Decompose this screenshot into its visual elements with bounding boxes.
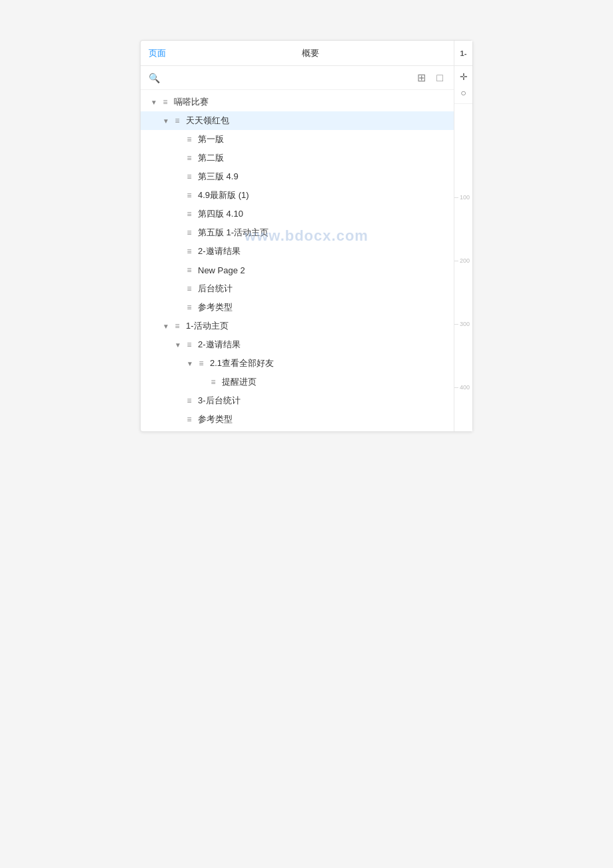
item-label: 第一版 xyxy=(198,133,224,145)
item-label: 参考类型 xyxy=(198,301,233,313)
tree-item-item15[interactable]: ▼≡2.1查看全部好友 xyxy=(141,354,454,373)
tree-item-item13[interactable]: ▼≡1-活动主页 xyxy=(141,317,454,335)
page-icon: ≡ xyxy=(183,172,195,181)
item-label: 天天领红包 xyxy=(186,115,229,127)
pages-tab[interactable]: 页面 xyxy=(149,47,175,59)
item-label: 2.1查看全部好友 xyxy=(210,357,274,369)
ruler: 1- ✛ ○ 100200300400500 xyxy=(454,41,472,431)
item-label: 2-邀请结果 xyxy=(198,339,241,351)
page-icon: ≡ xyxy=(183,303,195,312)
page-icon: ≡ xyxy=(183,415,195,424)
add-page-button[interactable]: ⊞ xyxy=(414,70,428,85)
page-icon: ≡ xyxy=(183,396,195,405)
page-icon: ≡ xyxy=(183,284,195,293)
tree-item-item14[interactable]: ▼≡2-邀请结果 xyxy=(141,335,454,354)
page-icon: ≡ xyxy=(183,153,195,163)
item-label: 后台统计 xyxy=(198,283,233,295)
ruler-icons: ✛ ○ xyxy=(454,66,472,104)
ruler-marks: 100200300400500 xyxy=(454,104,472,431)
item-label: 2-邀请结果 xyxy=(198,245,241,257)
page-icon: ≡ xyxy=(171,321,183,331)
tree-arrow[interactable]: ▼ xyxy=(161,323,171,330)
search-input[interactable] xyxy=(165,73,409,83)
page-icon: ≡ xyxy=(183,265,195,275)
tree-item-item16[interactable]: ≡提醒进页 xyxy=(141,373,454,391)
tree-arrow[interactable]: ▼ xyxy=(149,99,159,106)
tree-item-item10[interactable]: ≡New Page 2 xyxy=(141,261,454,279)
tree-arrow[interactable]: ▼ xyxy=(161,117,171,125)
page-icon: ≡ xyxy=(183,135,195,144)
tree-item-item5[interactable]: ≡第三版 4.9 xyxy=(141,167,454,186)
tree-item-item18[interactable]: ≡参考类型 xyxy=(141,410,454,429)
page-icon: ≡ xyxy=(207,377,219,387)
tree-item-item6[interactable]: ≡4.9最新版 (1) xyxy=(141,186,454,205)
item-label: 参考类型 xyxy=(198,413,233,425)
circle-icon[interactable]: ○ xyxy=(459,86,467,99)
page-icon: ≡ xyxy=(183,247,195,256)
item-label: 第四版 4.10 xyxy=(198,208,243,220)
ruler-mark: 300 xyxy=(454,321,470,327)
item-label: 提醒进页 xyxy=(222,376,257,388)
tree-item-item9[interactable]: ≡2-邀请结果 xyxy=(141,242,454,261)
tree-item-item4[interactable]: ≡第二版 xyxy=(141,149,454,167)
move-icon[interactable]: ✛ xyxy=(458,70,469,83)
tree-item-item11[interactable]: ≡后台统计 xyxy=(141,279,454,298)
page-icon: ≡ xyxy=(159,97,171,107)
ruler-mark: 200 xyxy=(454,257,470,264)
tree-item-item3[interactable]: ≡第一版 xyxy=(141,130,454,149)
tree-item-item1[interactable]: ▼≡嗝嗒比赛 xyxy=(141,93,454,111)
item-label: 嗝嗒比赛 xyxy=(174,96,209,108)
item-label: 第五版 1-活动主页 xyxy=(198,227,269,239)
ruler-mark: 400 xyxy=(454,384,470,391)
ruler-mark: 100 xyxy=(454,194,470,201)
page-tree: ▼≡嗝嗒比赛▼≡天天领红包≡第一版≡第二版≡第三版 4.9≡4.9最新版 (1)… xyxy=(141,90,454,431)
tree-arrow[interactable]: ▼ xyxy=(173,341,183,349)
item-label: 4.9最新版 (1) xyxy=(198,189,249,201)
ruler-label: 1- xyxy=(454,41,472,66)
page-icon: ≡ xyxy=(183,340,195,349)
tree-arrow[interactable]: ▼ xyxy=(185,360,195,367)
item-label: 第二版 xyxy=(198,152,224,164)
page-icon: ≡ xyxy=(183,191,195,200)
panel-header: 页面 概要 xyxy=(141,41,454,66)
page-icon: ≡ xyxy=(171,116,183,125)
summary-tab[interactable]: 概要 xyxy=(175,47,446,59)
item-label: 第三版 4.9 xyxy=(198,171,239,183)
tree-item-item2[interactable]: ▼≡天天领红包 xyxy=(141,111,454,130)
search-icon: 🔍 xyxy=(149,73,160,83)
page-icon: ≡ xyxy=(195,359,207,368)
tree-item-item7[interactable]: ≡第四版 4.10 xyxy=(141,205,454,223)
item-label: 1-活动主页 xyxy=(186,320,229,332)
page-icon: ≡ xyxy=(183,209,195,219)
folder-button[interactable]: □ xyxy=(434,71,446,85)
tree-item-item8[interactable]: ≡第五版 1-活动主页 xyxy=(141,223,454,242)
item-label: 3-后台统计 xyxy=(198,395,241,407)
page-icon: ≡ xyxy=(183,228,195,237)
search-row: 🔍 ⊞ □ xyxy=(141,66,454,90)
item-label: New Page 2 xyxy=(198,265,245,275)
tree-item-item12[interactable]: ≡参考类型 xyxy=(141,298,454,317)
tree-item-item17[interactable]: ≡3-后台统计 xyxy=(141,391,454,410)
